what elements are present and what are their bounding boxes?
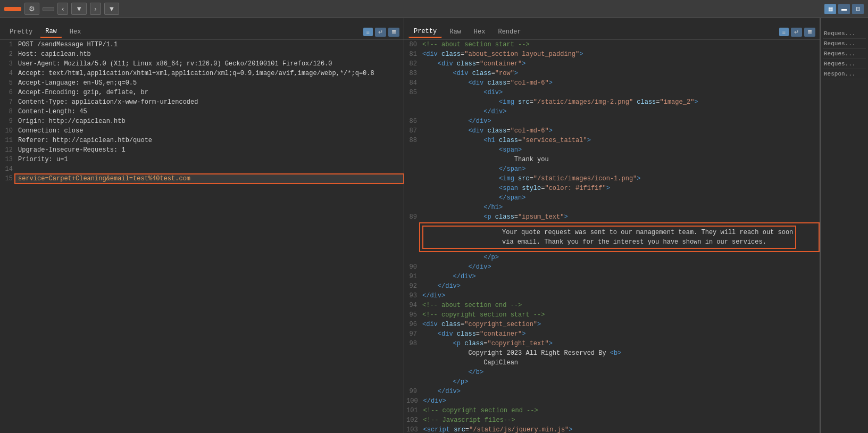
- line-content: </p>: [419, 253, 820, 262]
- response-line: 89 <p class="ipsum_text">: [404, 212, 820, 222]
- line-content: </div>: [419, 291, 820, 301]
- line-content: Host: capiclean.htb: [15, 49, 404, 59]
- request-icon-btn-1[interactable]: ≡: [363, 28, 373, 36]
- response-line: </span>: [404, 193, 820, 203]
- line-number: [404, 193, 419, 203]
- response-line: </b>: [404, 368, 820, 377]
- line-content: </h1>: [419, 203, 820, 212]
- send-button[interactable]: [4, 7, 21, 11]
- line-content: Copyright 2023 All Right Reserved By <b>: [419, 348, 820, 358]
- response-tab-bar: Pretty Raw Hex Render ≡ ↵ ≣: [404, 24, 820, 40]
- response-icon-btn-2[interactable]: ↵: [791, 28, 802, 37]
- line-content: <div class="copyright_section">: [419, 320, 820, 329]
- inspector-item-5[interactable]: Respon...: [823, 69, 866, 79]
- response-line: 87 <div class="col-md-6">: [404, 126, 820, 136]
- request-code-area[interactable]: 1POST /sendMessage HTTP/1.12Host: capicl…: [0, 40, 404, 433]
- view-toggle-icons: ▦ ▬ ⊟: [824, 4, 864, 14]
- line-content: <div class="container">: [419, 59, 820, 69]
- line-number: 11: [0, 136, 15, 145]
- line-content: Referer: http://capiclean.htb/quote: [15, 136, 404, 145]
- line-content: <div class="about_section layout_padding…: [419, 49, 820, 59]
- line-content: <img src="/static/images/icon-1.png">: [419, 174, 820, 184]
- line-number: 80: [404, 40, 419, 49]
- response-line: Your quote request was sent to our manag…: [404, 222, 820, 253]
- response-line: 103<script src="/static/js/jquery.min.js…: [404, 425, 820, 433]
- request-line-13: 13Priority: u=1: [0, 155, 404, 164]
- response-line: </h1>: [404, 203, 820, 212]
- response-line: 99 </div>: [404, 387, 820, 396]
- line-content: <img src="/static/images/img-2.png" clas…: [419, 97, 820, 107]
- tab-response-pretty[interactable]: Pretty: [408, 26, 442, 38]
- tab-request-raw[interactable]: Raw: [40, 26, 62, 38]
- response-icon-btn-1[interactable]: ≡: [779, 28, 789, 36]
- response-line: <img src="/static/images/img-2.png" clas…: [404, 97, 820, 107]
- line-number: [404, 253, 419, 262]
- line-number: 81: [404, 49, 419, 59]
- response-line: 83 <div class="row">: [404, 69, 820, 78]
- line-number: 5: [0, 78, 15, 88]
- line-content: <span>: [419, 145, 820, 155]
- line-number: 8: [0, 107, 15, 116]
- response-line: 93</div>: [404, 291, 820, 301]
- response-line: <img src="/static/images/icon-1.png">: [404, 174, 820, 184]
- toolbar: ⚙ ‹ ▼ › ▼ ▦ ▬ ⊟: [0, 0, 868, 18]
- line-content: Accept-Language: en-US,en;q=0.5: [15, 78, 404, 88]
- line-content: <span style="color: #1f1f1f">: [419, 184, 820, 193]
- line-number: 103: [404, 425, 420, 433]
- response-line: 88 <h1 class="services_taital">: [404, 136, 820, 145]
- line-content: [15, 164, 404, 174]
- line-number: 2: [0, 49, 15, 59]
- response-line: </span>: [404, 164, 820, 174]
- request-icon-btn-2[interactable]: ↵: [375, 28, 386, 37]
- line-number: 14: [0, 164, 15, 174]
- nav-dropdown2-button[interactable]: ▼: [104, 3, 120, 15]
- line-number: 91: [404, 272, 419, 281]
- inspector-item-2[interactable]: Reques...: [823, 39, 866, 49]
- line-number: 86: [404, 116, 419, 126]
- response-line: 80<!-- about section start -->: [404, 40, 820, 49]
- inspector-item-4[interactable]: Reques...: [823, 59, 866, 69]
- settings-icon-button[interactable]: ⚙: [24, 3, 39, 15]
- request-line-1: 1POST /sendMessage HTTP/1.1: [0, 40, 404, 49]
- line-number: 1: [0, 40, 15, 49]
- request-icon-btn-3[interactable]: ≣: [388, 28, 399, 37]
- line-content: <p class="ipsum_text">: [419, 212, 820, 222]
- line-content: Accept-Encoding: gzip, deflate, br: [15, 88, 404, 97]
- grid-view-button[interactable]: ▦: [824, 4, 836, 14]
- response-line: 82 <div class="container">: [404, 59, 820, 69]
- line-content: service=Carpet+Cleaning&email=test%40tes…: [15, 174, 404, 184]
- line-number: 99: [404, 387, 419, 396]
- line-number: 100: [404, 396, 420, 406]
- response-line: 85 <div>: [404, 88, 820, 97]
- cancel-button[interactable]: [43, 7, 54, 11]
- tab-request-hex[interactable]: Hex: [64, 27, 87, 37]
- inspector-item-1[interactable]: Reques...: [823, 29, 866, 39]
- list-view-button[interactable]: ▬: [838, 4, 850, 14]
- response-header: [404, 18, 820, 24]
- tab-request-pretty[interactable]: Pretty: [4, 27, 38, 37]
- line-number: 9: [0, 116, 15, 126]
- line-content: </span>: [419, 164, 820, 174]
- line-number: 94: [404, 301, 419, 310]
- nav-forward-button[interactable]: ›: [90, 3, 101, 15]
- line-content: <div class="col-md-6">: [419, 126, 820, 136]
- line-number: [404, 222, 419, 253]
- response-icon-btn-3[interactable]: ≣: [804, 28, 815, 37]
- tab-response-raw[interactable]: Raw: [444, 27, 466, 37]
- response-code-area[interactable]: 80<!-- about section start -->81<div cla…: [404, 40, 820, 433]
- line-number: [404, 348, 419, 358]
- nav-back-button[interactable]: ‹: [57, 3, 68, 15]
- nav-dropdown-button[interactable]: ▼: [71, 3, 87, 15]
- line-number: 102: [404, 415, 420, 425]
- line-number: 82: [404, 59, 419, 69]
- request-line-2: 2Host: capiclean.htb: [0, 49, 404, 59]
- line-content: <!-- about section start -->: [419, 40, 820, 49]
- tab-response-render[interactable]: Render: [493, 27, 526, 37]
- response-line: 102<!-- Javascript files-->: [404, 415, 820, 425]
- panel-view-button[interactable]: ⊟: [852, 4, 864, 14]
- request-line-6: 6Accept-Encoding: gzip, deflate, br: [0, 88, 404, 97]
- inspector-item-3[interactable]: Reques...: [823, 49, 866, 59]
- tab-response-hex[interactable]: Hex: [469, 27, 491, 37]
- response-line: 86 </div>: [404, 116, 820, 126]
- line-number: [404, 97, 419, 107]
